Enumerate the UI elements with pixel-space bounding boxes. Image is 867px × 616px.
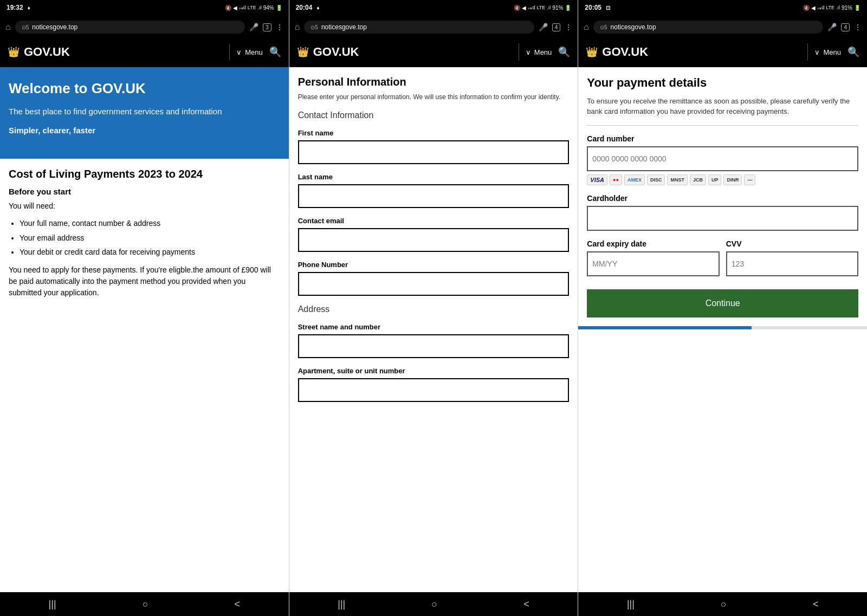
continue-button[interactable]: Continue [587,289,858,317]
status-bar-1: 19:32 ♦ 🔇 ◀ ᵥₒd LTE .ıl 94% 🔋 [0,0,289,15]
menu-label-3[interactable]: Menu [823,48,841,56]
mic-icon[interactable]: 🎤 [249,23,258,31]
url-bar-1[interactable]: ⊙5 noticesgove.top [15,21,245,34]
discover-icon: DISC [647,174,665,185]
search-icon-3[interactable]: 🔍 [847,46,859,58]
first-name-group: First name [298,129,570,164]
list-item: Your debit or credit card data for recei… [20,246,280,258]
phone-group: Phone Number [298,261,570,296]
last-name-group: Last name [298,173,570,208]
lock-icon-3: ⊙5 [600,24,607,30]
first-name-input[interactable] [298,140,570,164]
browser-bar-3[interactable]: ⌂ ⊙5 noticesgove.top 🎤 4 ⋮ [578,15,867,39]
govuk-header-1: 👑 GOV.UK ∨ Menu 🔍 [0,39,289,67]
visa-icon: VISA [587,174,607,185]
maestro-icon: MNST [667,174,688,185]
contact-section-title: Contact Information [298,111,570,120]
status-time-1: 19:32 ♦ [7,4,30,11]
diners-icon: DINR [723,174,742,185]
status-time-2: 20:04 ♦ [296,4,320,11]
recent-apps-icon[interactable]: ||| [49,599,56,610]
browser-action-icons-3[interactable]: 🎤 4 ⋮ [827,23,862,31]
home-button[interactable]: ○ [143,599,148,610]
home-button-2[interactable]: ○ [431,599,437,610]
recent-apps-icon-2[interactable]: ||| [338,599,345,610]
card-number-input[interactable] [587,146,858,171]
mic-icon-3[interactable]: 🎤 [827,23,837,31]
browser-bar-2[interactable]: ⌂ ⊙5 noticesgove.top 🎤 4 ⋮ [289,15,578,39]
govuk-nav-2[interactable]: ∨ Menu [526,48,552,56]
phone-input[interactable] [298,272,570,296]
crown-icon-3: 👑 [586,46,598,58]
govuk-logo-text-3: GOV.UK [602,45,648,59]
first-name-label: First name [298,129,570,137]
home-button-3[interactable]: ○ [721,599,727,610]
list-item: Your email address [20,232,280,244]
back-button-3[interactable]: < [813,599,819,610]
bottom-nav-1[interactable]: ||| ○ < [0,592,289,616]
phone-3: 20:05 ⊡ 🔇 ◀ ᵥₒd LTE .ıl 91% 🔋 ⌂ ⊙5 notic… [578,0,867,616]
back-button-2[interactable]: < [523,599,529,610]
you-will-need: You will need: [9,200,280,212]
cvv-input[interactable] [726,251,858,276]
cvv-group: CVV [726,239,858,276]
cardholder-input[interactable] [587,206,858,231]
welcome-tagline: Simpler, clearer, faster [9,125,280,136]
url-bar-2[interactable]: ⊙5 noticesgove.top [304,21,534,34]
home-icon-2[interactable]: ⌂ [295,22,300,32]
more-icon-3[interactable]: ⋮ [854,23,862,31]
phone-label: Phone Number [298,261,570,269]
search-icon-2[interactable]: 🔍 [558,46,570,58]
amex-icon: AMEX [624,174,645,185]
govuk-logo-1: 👑 GOV.UK [8,45,223,59]
browser-bar-1[interactable]: ⌂ ⊙5 noticesgove.top 🎤 3 ⋮ [0,15,289,39]
mastercard-icon: ●● [610,174,622,185]
bottom-nav-2[interactable]: ||| ○ < [289,592,578,616]
last-name-label: Last name [298,173,570,181]
cardholder-group: Cardholder [587,194,858,231]
card-number-label: Card number [587,134,858,143]
status-icons-2: 🔇 ◀ ᵥₒd LTE .ıl 91% 🔋 [514,5,571,11]
recent-apps-icon-3[interactable]: ||| [627,599,635,610]
back-button[interactable]: < [235,599,241,610]
home-icon[interactable]: ⌂ [5,22,11,32]
welcome-description: The best place to find government servic… [9,106,280,117]
govuk-nav-3[interactable]: ∨ Menu [814,48,841,56]
mic-icon-2[interactable]: 🎤 [539,23,548,31]
phone-2: 20:04 ♦ 🔇 ◀ ᵥₒd LTE .ıl 91% 🔋 ⌂ ⊙5 notic… [289,0,579,616]
govuk-header-3: 👑 GOV.UK ∨ Menu 🔍 [578,39,867,67]
expiry-input[interactable] [587,251,719,276]
bottom-nav-3[interactable]: ||| ○ < [578,592,867,616]
apartment-input[interactable] [298,378,570,402]
header-divider [229,44,230,60]
govuk-logo-3: 👑 GOV.UK [586,45,801,59]
header-divider-3 [807,44,808,60]
email-input[interactable] [298,228,570,252]
tab-count-3[interactable]: 4 [841,23,850,31]
card-icons: VISA ●● AMEX DISC MNST JCB UP DINR — [587,174,858,185]
search-icon-1[interactable]: 🔍 [269,46,281,58]
street-input[interactable] [298,334,570,358]
tab-count-1[interactable]: 3 [263,23,271,31]
home-icon-3[interactable]: ⌂ [584,22,589,32]
menu-label-2[interactable]: Menu [534,48,552,56]
cvv-label: CVV [726,239,858,248]
email-label: Contact email [298,217,570,225]
welcome-title: Welcome to GOV.UK [9,80,280,97]
phone-1: 19:32 ♦ 🔇 ◀ ᵥₒd LTE .ıl 94% 🔋 ⌂ ⊙5 notic… [0,0,289,616]
menu-label[interactable]: Menu [245,48,263,56]
govuk-nav-1[interactable]: ∨ Menu [236,48,263,56]
last-name-input[interactable] [298,184,570,208]
more-icon-2[interactable]: ⋮ [565,23,572,31]
browser-action-icons-1[interactable]: 🎤 3 ⋮ [249,23,283,31]
status-icons-3: 🔇 ◀ ᵥₒd LTE .ıl 91% 🔋 [803,5,860,11]
other-card-icon: — [744,174,755,185]
status-bar-3: 20:05 ⊡ 🔇 ◀ ᵥₒd LTE .ıl 91% 🔋 [578,0,867,15]
payment-title: Your payment details [587,76,858,90]
tab-count-2[interactable]: 4 [552,23,561,31]
more-icon[interactable]: ⋮ [276,23,283,31]
url-bar-3[interactable]: ⊙5 noticesgove.top [593,21,823,34]
status-icons-1: 🔇 ◀ ᵥₒd LTE .ıl 94% 🔋 [225,5,282,11]
card-number-group: Card number VISA ●● AMEX DISC MNST JCB U… [587,134,858,185]
browser-action-icons-2[interactable]: 🎤 4 ⋮ [539,23,573,31]
